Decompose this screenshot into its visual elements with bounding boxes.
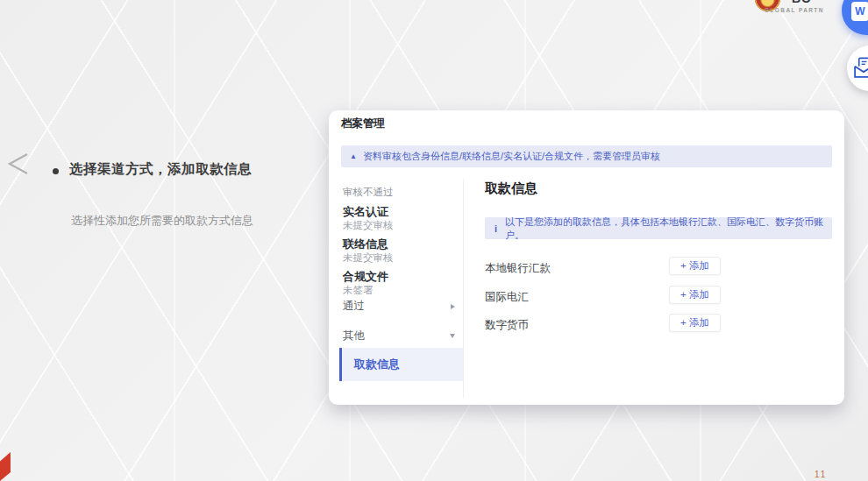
add-local-bank-button[interactable]: + 添加 [669, 257, 721, 275]
sidebar-group-rejected: 审核不通过 [343, 186, 394, 199]
panel-title: 档案管理 [341, 117, 385, 131]
sidebar-group-passed-label: 通过 [343, 299, 365, 314]
chevron-down-icon [450, 334, 455, 338]
warning-text: 资料审核包含身份信息/联络信息/实名认证/合规文件，需要管理员审核 [363, 150, 660, 163]
sidebar-divider [463, 179, 464, 398]
warning-banner: ▲ 资料审核包含身份信息/联络信息/实名认证/合规文件，需要管理员审核 [341, 145, 832, 167]
info-text: 以下是您添加的取款信息，具体包括本地银行汇款、国际电汇、数字货币账户。 [505, 216, 832, 242]
chat-fab[interactable]: W [842, 0, 868, 35]
slide-title: 选择渠道方式，添加取款信息 [69, 160, 350, 179]
withdrawal-heading: 取款信息 [485, 180, 537, 197]
page-number: 11 [815, 470, 827, 479]
add-digital-currency-button[interactable]: + 添加 [669, 314, 721, 332]
w-app-icon: W [851, 2, 868, 21]
row-label-international-wire: 国际电汇 [485, 288, 529, 307]
profile-management-panel: 档案管理 ▲ 资料审核包含身份信息/联络信息/实名认证/合规文件，需要管理员审核… [329, 110, 844, 405]
add-international-wire-button[interactable]: + 添加 [669, 286, 721, 304]
sidebar-group-passed[interactable]: 通过 [343, 299, 455, 314]
sidebar-item-contact[interactable]: 联络信息 [343, 237, 388, 252]
back-chevron-icon[interactable] [6, 152, 29, 176]
chevron-right-icon [451, 304, 455, 309]
brand-subtitle: GLOBAL PARTN [765, 7, 824, 13]
sidebar-item-contact-status: 未提交审核 [343, 251, 394, 265]
sidebar-item-compliance[interactable]: 合规文件 [343, 269, 388, 285]
sidebar-item-realname[interactable]: 实名认证 [343, 204, 388, 220]
brand-wordmark-text: BO [792, 0, 812, 5]
slide-subtitle: 选择性添加您所需要的取款方式信息 [71, 213, 352, 229]
sidebar-item-realname-status: 未提交审核 [343, 219, 394, 232]
sidebar-item-withdrawal-active[interactable]: 取款信息 [339, 348, 463, 381]
email-fab[interactable] [847, 46, 868, 91]
red-corner-decoration [0, 452, 11, 481]
bullet-icon [53, 168, 59, 174]
warning-icon: ▲ [350, 152, 357, 160]
row-label-digital-currency: 数字货币 [485, 316, 529, 335]
sidebar-group-other-label: 其他 [343, 329, 365, 343]
slide: 选择渠道方式，添加取款信息 选择性添加您所需要的取款方式信息 BO GLOBAL… [0, 0, 868, 481]
sidebar-item-compliance-status: 未签署 [343, 284, 374, 297]
row-label-local-bank: 本地银行汇款 [485, 259, 551, 278]
info-icon: i [494, 223, 497, 234]
brand-wordmark: BO [790, 0, 825, 7]
info-banner: i 以下是您添加的取款信息，具体包括本地银行汇款、国际电汇、数字货币账户。 [485, 217, 832, 239]
sidebar-group-other[interactable]: 其他 [343, 329, 455, 343]
envelope-icon [851, 56, 868, 81]
